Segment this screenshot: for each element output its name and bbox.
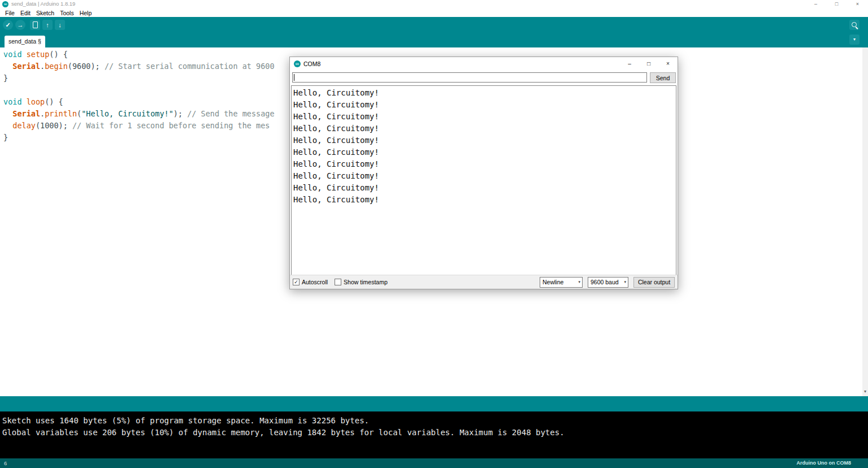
serial-output-line: Hello, Circuitomy! bbox=[293, 158, 676, 170]
menubar: FileEditSketchToolsHelp bbox=[0, 8, 868, 17]
check-icon: ✓ bbox=[294, 279, 298, 285]
scrollbar-down-icon[interactable]: ▾ bbox=[862, 388, 868, 396]
timestamp-option: Show timestamp bbox=[335, 279, 388, 285]
serial-monitor-titlebar: ∞ COM8 – □ × bbox=[290, 57, 678, 71]
chevron-down-icon: ▾ bbox=[853, 37, 856, 42]
document-icon bbox=[33, 21, 38, 28]
serial-monitor-footer: ✓ Autoscroll Show timestamp Newline ▾ 96… bbox=[290, 275, 678, 289]
minimize-icon[interactable]: – bbox=[620, 57, 639, 71]
console-message: Sketch uses 1640 bytes (5%) of program s… bbox=[2, 415, 868, 427]
board-port-info: Arduino Uno on COM8 bbox=[797, 460, 852, 466]
menu-item-edit[interactable]: Edit bbox=[18, 10, 33, 16]
serial-output-area[interactable]: Hello, Circuitomy!Hello, Circuitomy!Hell… bbox=[291, 85, 676, 275]
menu-item-sketch[interactable]: Sketch bbox=[33, 10, 57, 16]
tab-list-button[interactable]: ▾ bbox=[849, 34, 860, 45]
baud-rate-value: 9600 baud bbox=[591, 279, 619, 285]
serial-monitor-button[interactable] bbox=[849, 20, 860, 30]
window-controls: – □ × bbox=[805, 0, 868, 8]
console-divider[interactable] bbox=[0, 396, 868, 411]
arrow-down-icon: ↓ bbox=[58, 21, 62, 28]
autoscroll-label: Autoscroll bbox=[302, 279, 328, 285]
autoscroll-checkbox[interactable]: ✓ bbox=[293, 279, 300, 285]
magnifier-icon bbox=[852, 22, 857, 27]
baud-rate-select[interactable]: 9600 baud ▾ bbox=[588, 277, 628, 288]
timestamp-checkbox[interactable] bbox=[335, 279, 341, 285]
serial-output-line: Hello, Circuitomy! bbox=[293, 146, 676, 158]
arrow-right-icon: → bbox=[18, 21, 24, 28]
send-button[interactable]: Send bbox=[650, 72, 676, 83]
current-line-number: 6 bbox=[4, 460, 7, 466]
arduino-app-icon: ∞ bbox=[294, 60, 301, 67]
close-icon[interactable]: × bbox=[658, 57, 678, 71]
serial-output-line: Hello, Circuitomy! bbox=[293, 111, 676, 123]
serial-output-line: Hello, Circuitomy! bbox=[293, 99, 676, 111]
tab-send-data[interactable]: send_data § bbox=[5, 36, 45, 47]
check-icon: ✓ bbox=[5, 21, 10, 28]
status-bar: 6 Arduino Uno on COM8 bbox=[0, 458, 868, 468]
serial-output-line: Hello, Circuitomy! bbox=[293, 182, 676, 194]
serial-output-line: Hello, Circuitomy! bbox=[293, 123, 676, 135]
serial-output-line: Hello, Circuitomy! bbox=[293, 170, 676, 182]
close-icon[interactable]: × bbox=[847, 0, 868, 8]
maximize-icon[interactable]: □ bbox=[639, 57, 658, 71]
serial-output-line: Hello, Circuitomy! bbox=[293, 135, 676, 146]
text-caret bbox=[294, 74, 294, 81]
editor-scrollbar[interactable]: ▾ bbox=[862, 47, 868, 396]
autoscroll-option: ✓ Autoscroll bbox=[293, 279, 328, 285]
arduino-ide-window: ∞ send_data | Arduino 1.8.19 – □ × FileE… bbox=[0, 0, 868, 468]
build-console: Sketch uses 1640 bytes (5%) of program s… bbox=[0, 411, 868, 458]
line-ending-select[interactable]: Newline ▾ bbox=[540, 277, 583, 288]
chevron-down-icon: ▾ bbox=[578, 280, 580, 284]
tab-strip: send_data § ▾ bbox=[0, 33, 868, 47]
console-message: Global variables use 206 bytes (10%) of … bbox=[2, 427, 868, 439]
serial-output-line: Hello, Circuitomy! bbox=[293, 194, 676, 206]
upload-button[interactable]: → bbox=[15, 20, 25, 30]
minimize-icon[interactable]: – bbox=[805, 0, 826, 8]
serial-input-field[interactable] bbox=[292, 72, 647, 83]
open-button[interactable]: ↑ bbox=[42, 20, 53, 30]
arduino-app-icon: ∞ bbox=[2, 1, 8, 7]
chevron-down-icon: ▾ bbox=[624, 280, 626, 284]
serial-monitor-window: ∞ COM8 – □ × Send Hello, Circuitomy!Hell… bbox=[289, 57, 678, 289]
line-ending-value: Newline bbox=[542, 279, 563, 285]
arrow-up-icon: ↑ bbox=[46, 21, 49, 28]
serial-monitor-title: COM8 bbox=[303, 60, 320, 67]
new-sketch-button[interactable] bbox=[30, 20, 40, 30]
menu-item-tools[interactable]: Tools bbox=[57, 10, 77, 16]
titlebar: ∞ send_data | Arduino 1.8.19 – □ × bbox=[0, 0, 868, 8]
save-button[interactable]: ↓ bbox=[55, 20, 65, 30]
tab-label: send_data § bbox=[8, 38, 41, 45]
serial-output-line: Hello, Circuitomy! bbox=[293, 87, 676, 99]
timestamp-label: Show timestamp bbox=[344, 279, 388, 285]
window-title: send_data | Arduino 1.8.19 bbox=[11, 1, 75, 7]
clear-output-button[interactable]: Clear output bbox=[633, 277, 675, 288]
maximize-icon[interactable]: □ bbox=[826, 0, 847, 8]
menu-item-file[interactable]: File bbox=[2, 10, 18, 16]
serial-window-controls: – □ × bbox=[620, 57, 678, 71]
toolbar: ✓ → ↑ ↓ bbox=[0, 17, 868, 33]
verify-button[interactable]: ✓ bbox=[3, 20, 13, 30]
menu-item-help[interactable]: Help bbox=[77, 10, 95, 16]
